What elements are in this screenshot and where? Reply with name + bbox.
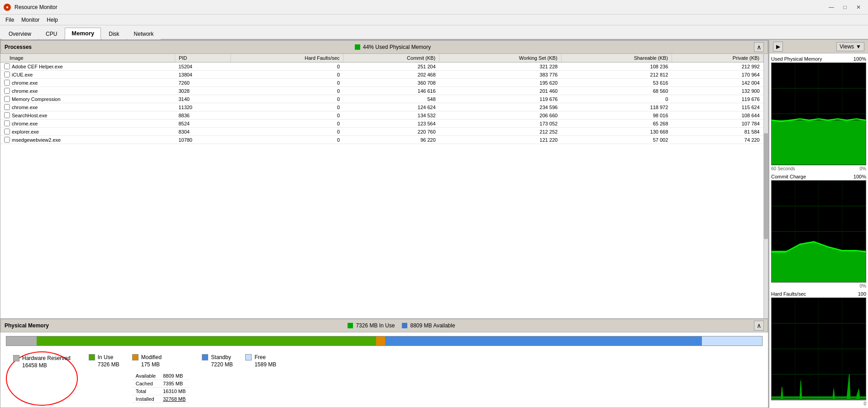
cell-pid: 8524 (175, 120, 230, 128)
minimize-button[interactable]: — (825, 2, 837, 12)
tab-overview[interactable]: Overview (2, 29, 38, 39)
memory-bar (6, 336, 763, 346)
row-checkbox[interactable] (4, 96, 10, 102)
cell-pid: 11320 (175, 103, 230, 111)
right-panel-arrow[interactable]: ▶ (773, 42, 783, 52)
row-checkbox[interactable] (4, 120, 10, 126)
legend-standby-color (202, 354, 208, 360)
cell-hard-faults: 0 (231, 87, 343, 95)
cell-pid: 3140 (175, 95, 230, 103)
table-row[interactable]: iCUE.exe 13804 0 202 468 383 776 212 812… (0, 71, 763, 79)
row-checkbox[interactable] (4, 88, 10, 94)
table-row[interactable]: chrome.exe 3028 0 146 616 201 460 68 560… (0, 87, 763, 95)
menu-help[interactable]: Help (43, 16, 62, 24)
memory-available-icon (402, 323, 407, 328)
stat-total-value: 16310 MB (159, 388, 189, 395)
cell-image: chrome.exe (0, 120, 175, 127)
bar-reserved (6, 336, 37, 346)
cell-shareable: 108 236 (561, 62, 672, 71)
tab-bar: Overview CPU Memory Disk Network (0, 25, 868, 40)
row-checkbox[interactable] (4, 63, 10, 69)
tab-network[interactable]: Network (127, 29, 161, 39)
table-row[interactable]: Memory Compression 3140 0 548 119 676 0 … (0, 95, 763, 103)
cell-working-set: 173 052 (439, 120, 562, 128)
cell-image: explorer.exe (0, 128, 175, 135)
row-checkbox[interactable] (4, 137, 10, 143)
col-pid[interactable]: PID (175, 54, 230, 62)
cell-pid: 13804 (175, 71, 230, 79)
table-row[interactable]: chrome.exe 7260 0 360 708 195 620 53 616… (0, 79, 763, 87)
window-title: Resource Monitor (14, 4, 57, 10)
cell-hard-faults: 0 (231, 79, 343, 87)
cell-image: Adobe CEF Helper.exe (0, 62, 175, 70)
menu-monitor[interactable]: Monitor (18, 16, 43, 24)
cell-hard-faults: 0 (231, 120, 343, 128)
col-working-set[interactable]: Working Set (KB) (439, 54, 562, 62)
memory-inuse-icon (348, 323, 353, 328)
legend-modified-color (132, 354, 138, 360)
table-row[interactable]: Adobe CEF Helper.exe 15204 0 251 204 321… (0, 62, 763, 71)
memory-title: Physical Memory (5, 322, 49, 329)
memory-header: Physical Memory 7326 MB In Use 8809 MB A… (0, 319, 768, 332)
legend-standby-value: 7220 MB (202, 361, 233, 368)
stat-available-label: Available (132, 372, 159, 379)
table-row[interactable]: explorer.exe 8304 0 220 760 212 252 130 … (0, 128, 763, 136)
tab-cpu[interactable]: CPU (39, 29, 64, 39)
chart1-time-value: 0% (860, 166, 866, 171)
maximize-button[interactable]: □ (839, 2, 851, 12)
cell-shareable: 53 616 (561, 79, 672, 87)
tab-memory[interactable]: Memory (65, 28, 101, 39)
col-commit[interactable]: Commit (KB) (343, 54, 439, 62)
row-checkbox[interactable] (4, 72, 10, 77)
table-header-row: Image PID Hard Faults/sec Commit (KB) Wo… (0, 54, 763, 62)
chart-physical-memory: Used Physical Memory 100% (771, 55, 866, 171)
legend-reserved-color (13, 355, 19, 361)
table-row[interactable]: msedgewebview2.exe 10780 0 96 220 121 22… (0, 136, 763, 144)
col-private[interactable]: Private (KB) (672, 54, 763, 62)
table-row[interactable]: SearchHost.exe 8836 0 134 532 206 660 98… (0, 111, 763, 120)
cell-pid: 10780 (175, 136, 230, 144)
table-row[interactable]: chrome.exe 8524 0 123 564 173 052 65 268… (0, 120, 763, 128)
cell-image: msedgewebview2.exe (0, 136, 175, 144)
chart2-max: 100% (854, 174, 866, 179)
stat-total-label: Total (132, 388, 159, 395)
processes-expand[interactable]: ∧ (754, 42, 764, 52)
close-button[interactable]: ✕ (853, 2, 864, 12)
legend-standby-label: Standby (211, 354, 231, 360)
cell-private: 212 992 (672, 62, 763, 71)
cell-shareable: 57 002 (561, 136, 672, 144)
tab-disk[interactable]: Disk (102, 29, 126, 39)
legend-reserved-label: Hardware Reserved (22, 355, 71, 361)
cell-working-set: 212 252 (439, 128, 562, 136)
col-image[interactable]: Image (0, 54, 175, 62)
app-icon: ● (4, 4, 11, 11)
memory-expand[interactable]: ∧ (754, 321, 764, 331)
cell-commit: 220 760 (343, 128, 439, 136)
cell-private: 142 004 (672, 79, 763, 87)
views-button[interactable]: Views ▼ (836, 42, 864, 51)
table-row[interactable]: chrome.exe 11320 0 124 624 234 596 118 9… (0, 103, 763, 111)
col-shareable[interactable]: Shareable (KB) (561, 54, 672, 62)
col-hard-faults[interactable]: Hard Faults/sec (231, 54, 343, 62)
bar-standby (385, 336, 702, 346)
legend-hardware-reserved: Hardware Reserved 16458 MB (6, 351, 78, 406)
row-checkbox[interactable] (4, 112, 10, 118)
stat-installed-label: Installed (132, 395, 159, 403)
cell-working-set: 195 620 (439, 79, 562, 87)
processes-title: Processes (5, 44, 32, 50)
cell-private: 115 624 (672, 103, 763, 111)
process-scrollbar[interactable] (763, 54, 768, 318)
cell-commit: 146 616 (343, 87, 439, 95)
cell-shareable: 130 668 (561, 128, 672, 136)
menu-file[interactable]: File (2, 16, 18, 24)
row-checkbox[interactable] (4, 80, 10, 86)
row-checkbox[interactable] (4, 104, 10, 110)
cell-commit: 202 468 (343, 71, 439, 79)
cell-commit: 123 564 (343, 120, 439, 128)
cell-working-set: 206 660 (439, 111, 562, 120)
bar-modified (376, 336, 385, 346)
row-checkbox[interactable] (4, 129, 10, 134)
chart-hard-faults: Hard Faults/sec 100 (771, 290, 866, 406)
legend-inuse: In Use 7326 MB (87, 351, 121, 406)
cell-pid: 8836 (175, 111, 230, 120)
